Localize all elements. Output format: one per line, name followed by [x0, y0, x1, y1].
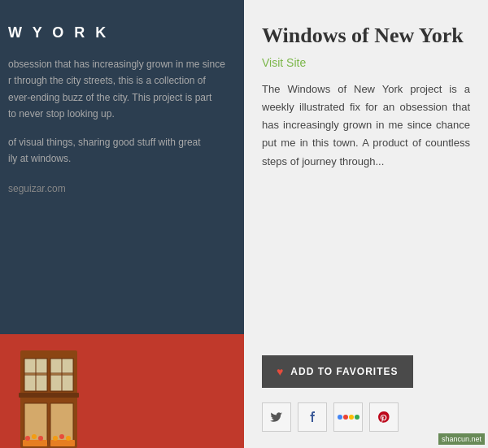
pinterest-button[interactable] [369, 402, 399, 432]
right-panel: Windows of New York Visit Site The Windo… [244, 0, 488, 448]
add-favorites-button[interactable]: ♥ ADD TO FAVORITES [262, 355, 413, 388]
svg-rect-13 [50, 440, 75, 446]
left-panel-content: W Y O R K obsession that has increasingl… [0, 0, 244, 211]
twitter-button[interactable] [262, 402, 291, 432]
description: The Windows of New York project is a wee… [262, 80, 470, 337]
svg-point-15 [32, 434, 37, 439]
svg-point-19 [66, 436, 71, 441]
svg-point-17 [53, 436, 58, 441]
svg-point-16 [38, 436, 43, 441]
window-illustration [16, 342, 81, 448]
left-title: W Y O R K [8, 24, 228, 41]
social-row [262, 402, 470, 432]
left-author: seguizar.com [8, 183, 228, 194]
facebook-icon [306, 411, 319, 424]
watermark: shancun.net [438, 433, 485, 445]
twitter-icon [270, 411, 283, 424]
heart-icon: ♥ [277, 365, 284, 378]
right-title: Windows of New York [262, 23, 470, 48]
svg-rect-9 [19, 393, 79, 398]
facebook-button[interactable] [298, 402, 327, 432]
google-plus-button[interactable] [333, 402, 363, 432]
svg-point-18 [59, 434, 64, 439]
svg-point-14 [25, 436, 30, 441]
left-panel: W Y O R K obsession that has increasingl… [0, 0, 244, 448]
svg-rect-12 [23, 440, 47, 446]
left-desc2: of visual things, sharing good stuff wit… [8, 134, 228, 167]
left-desc1: obsession that has increasingly grown in… [8, 56, 228, 123]
google-plus-icon [338, 415, 359, 420]
pinterest-icon [377, 411, 390, 424]
visit-site-link[interactable]: Visit Site [262, 56, 470, 69]
add-favorites-label: ADD TO FAVORITES [290, 366, 398, 377]
